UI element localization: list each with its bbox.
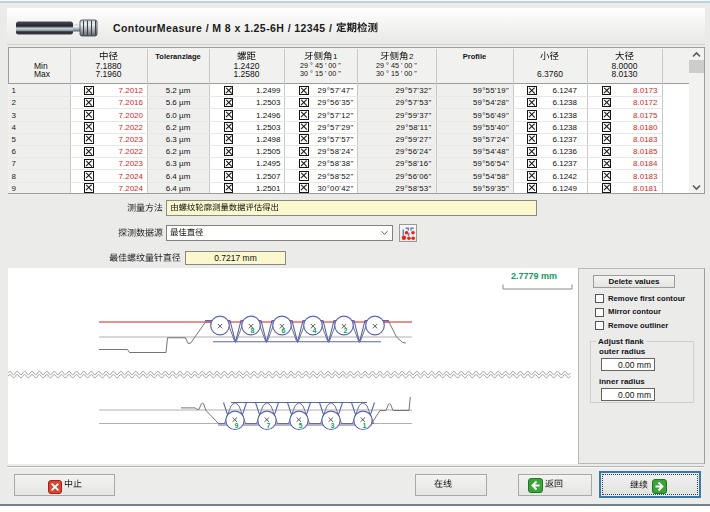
svg-text:2: 2 (344, 327, 348, 334)
svg-text:7: 7 (267, 422, 271, 429)
svg-text:3: 3 (331, 422, 335, 429)
svg-text:1: 1 (363, 422, 367, 429)
svg-text:6: 6 (282, 327, 286, 334)
svg-text:5: 5 (299, 422, 303, 429)
svg-text:9: 9 (235, 422, 239, 429)
svg-text:4: 4 (313, 327, 317, 334)
svg-text:8: 8 (251, 327, 255, 334)
